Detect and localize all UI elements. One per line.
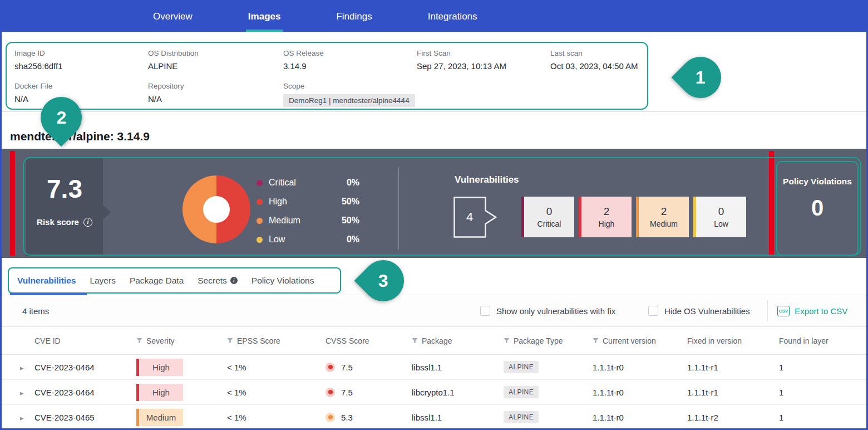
filter-icon[interactable] — [227, 338, 233, 344]
cvss-score: 7.5 — [341, 388, 353, 397]
risk-level-bar-right — [769, 151, 774, 256]
filter-icon[interactable] — [504, 338, 510, 344]
policy-violations-count: 0 — [811, 196, 823, 221]
page-title: mendtester/alpine: 3.14.9 — [10, 130, 150, 143]
meta-last-scan: Last scan Oct 03, 2023, 04:50 AM — [550, 49, 647, 73]
meta-os-release: OS Release 3.14.9 — [283, 49, 417, 73]
header-cve-id: CVE ID — [34, 336, 136, 345]
epss-score: < 1% — [227, 388, 326, 397]
cve-id: CVE-2023-0464 — [34, 388, 136, 397]
meta-repository: Repository N/A — [148, 82, 283, 109]
risk-score-value: 7.3 — [47, 176, 82, 202]
severity-card-medium: 2 Medium — [636, 197, 689, 237]
risk-score-block: 7.3 Risk score i — [26, 158, 103, 256]
detail-tabs: Vulnerabilities Layers Package Data Secr… — [17, 267, 314, 294]
fixed-in-version: 1.1.1t-r1 — [687, 388, 779, 397]
meta-image-id: Image ID sha256:6dff1 — [14, 49, 148, 73]
nav-tab-overview[interactable]: Overview — [153, 2, 193, 32]
severity-card-high: 2 High — [579, 197, 632, 237]
table-body: ▸ CVE-2023-0464 High < 1% 7.5 libssl1.1 … — [2, 355, 866, 430]
filter-icon[interactable] — [593, 338, 599, 344]
risk-level-bar-left — [10, 151, 15, 256]
tab-vulnerabilities[interactable]: Vulnerabilities — [17, 276, 76, 286]
current-version: 1.1.1t-r0 — [593, 363, 687, 372]
tab-package-data[interactable]: Package Data — [130, 276, 184, 286]
severity-card-low: 0 Low — [693, 197, 746, 237]
package-name: libcrypto1.1 — [412, 388, 504, 397]
tab-layers[interactable]: Layers — [90, 276, 116, 286]
nav-tab-integrations[interactable]: Integrations — [428, 2, 477, 32]
header-package-type: Package Type — [504, 336, 593, 345]
app-window: Overview Images Findings Integrations Im… — [0, 0, 868, 430]
severity-legend: Critical 0% High 50% Medium 50% Low 0% — [257, 173, 359, 249]
legend-row-medium: Medium 50% — [257, 211, 359, 230]
detail-tabs-section: Vulnerabilities Layers Package Data Secr… — [2, 258, 866, 295]
cvss-score: 7.5 — [341, 363, 353, 372]
nav-tabs: Overview Images Findings Integrations — [153, 2, 866, 32]
filter-fix-group: Show only vulnerabilities with fix — [480, 295, 615, 326]
risk-summary-panel: 7.3 Risk score i Critical 0% High 50% Me… — [2, 149, 866, 258]
secrets-info-icon[interactable]: i — [230, 277, 238, 284]
found-in-layer: 1 — [779, 363, 866, 372]
table-row[interactable]: ▸ CVE-2023-0464 High < 1% 7.5 libcrypto1… — [2, 380, 866, 405]
checkbox-show-only-with-fix[interactable] — [480, 306, 490, 316]
export-to-csv-button[interactable]: CSV Export to CSV — [777, 295, 847, 326]
header-cvss-score: CVSS Score — [326, 336, 412, 345]
expand-caret-icon[interactable]: ▸ — [16, 414, 24, 422]
image-metadata-panel: Image ID sha256:6dff1 OS Distribution AL… — [6, 42, 648, 110]
tab-policy-violations[interactable]: Policy Violations — [251, 276, 314, 286]
expand-caret-icon[interactable]: ▸ — [16, 389, 24, 397]
policy-violations-box: Policy Violations 0 — [776, 161, 859, 256]
filter-os-group: Hide OS Vulnerabilities — [648, 295, 750, 326]
current-version: 1.1.1t-r0 — [593, 413, 687, 422]
package-name: libssl1.1 — [412, 413, 504, 422]
epss-score: < 1% — [227, 413, 326, 422]
package-type-badge: ALPINE — [504, 411, 539, 423]
current-version: 1.1.1t-r0 — [593, 388, 687, 397]
risk-score-info-icon[interactable]: i — [83, 218, 92, 227]
fixed-in-version: 1.1.1t-r1 — [687, 363, 779, 372]
legend-dot-low-icon — [257, 237, 263, 243]
items-count: 4 items — [22, 295, 49, 326]
package-type-badge: ALPINE — [504, 386, 539, 398]
header-package: Package — [412, 336, 504, 345]
header-epss-score: EPSS Score — [227, 336, 326, 345]
legend-row-critical: Critical 0% — [257, 173, 359, 192]
epss-score: < 1% — [227, 363, 326, 372]
table-row[interactable]: ▸ CVE-2023-0464 High < 1% 7.5 libssl1.1 … — [2, 355, 866, 380]
nav-tab-images[interactable]: Images — [248, 2, 281, 32]
severity-badge: High — [136, 359, 183, 376]
package-type-badge: ALPINE — [504, 361, 539, 373]
section-divider — [2, 111, 866, 112]
annotation-balloon-1: 1 — [672, 48, 730, 107]
tab-secrets[interactable]: Secrets i — [198, 276, 238, 286]
fixed-in-version: 1.1.1t-r2 — [687, 413, 779, 422]
found-in-layer: 1 — [779, 388, 866, 397]
severity-badge: High — [136, 384, 183, 401]
vulnerabilities-title: Vulnerabilities — [455, 174, 519, 185]
toolbar-separator — [767, 300, 768, 321]
cve-id: CVE-2023-0465 — [34, 413, 136, 422]
header-found-in-layer: Found in layer — [779, 336, 866, 345]
legend-row-high: High 50% — [257, 192, 359, 211]
checkbox-hide-os-vulnerabilities[interactable] — [648, 306, 658, 316]
scope-badge: DemoReg1 | mendtester/alpine4444 — [283, 94, 415, 107]
meta-docker-file: Docker File N/A — [14, 82, 148, 109]
nav-tab-findings[interactable]: Findings — [336, 2, 372, 32]
table-header: CVE ID Severity EPSS Score CVSS Score Pa… — [2, 327, 866, 355]
top-nav: Overview Images Findings Integrations — [2, 2, 866, 32]
cvss-score: 5.3 — [341, 413, 353, 422]
filter-icon[interactable] — [136, 338, 142, 344]
filter-icon[interactable] — [412, 338, 418, 344]
expand-caret-icon[interactable]: ▸ — [16, 364, 24, 372]
table-row[interactable]: ▸ CVE-2023-0465 Medium < 1% 5.3 libssl1.… — [2, 405, 866, 430]
meta-scope: Scope DemoReg1 | mendtester/alpine4444 — [283, 82, 417, 109]
meta-os-distribution: OS Distribution ALPINE — [148, 49, 283, 73]
header-fixed-in-version: Fixed in version — [687, 336, 779, 345]
risk-score-label: Risk score — [37, 217, 79, 227]
cvss-severity-dot-icon — [326, 388, 335, 397]
severity-donut — [183, 175, 250, 243]
severity-cards: 0 Critical 2 High 2 Medium 0 Low — [521, 197, 746, 237]
meta-first-scan: First Scan Sep 27, 2023, 10:13 AM — [417, 49, 550, 73]
found-in-layer: 1 — [779, 413, 866, 422]
